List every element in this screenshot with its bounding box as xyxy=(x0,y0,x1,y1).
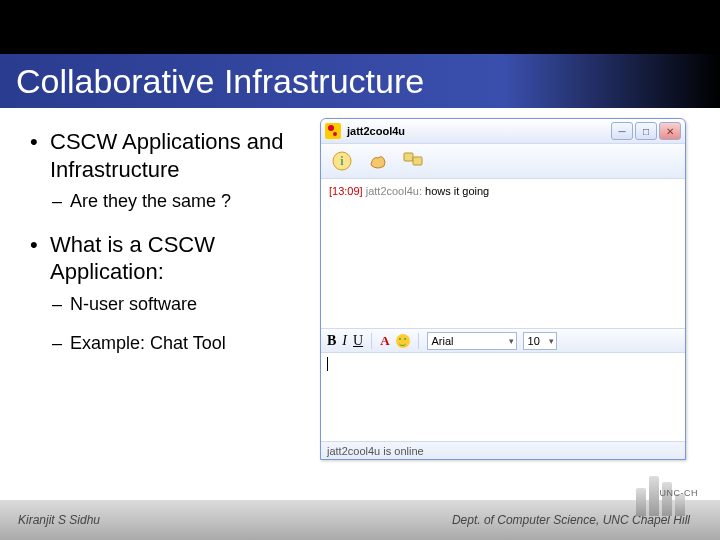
author-name: Kiranjit S Sidhu xyxy=(18,513,100,527)
message-sender: jatt2cool4u: xyxy=(366,185,422,197)
format-toolbar: B I U A Arial 10 xyxy=(321,329,685,353)
font-color-button[interactable]: A xyxy=(380,333,389,349)
message-line: [13:09] jatt2cool4u: hows it going xyxy=(329,185,677,197)
bullet-2a: N-user software xyxy=(30,294,310,316)
aim-runner-icon xyxy=(325,123,341,139)
window-titlebar[interactable]: jatt2cool4u ─ □ ✕ xyxy=(321,119,685,143)
games-icon[interactable] xyxy=(401,148,427,174)
underline-button[interactable]: U xyxy=(353,333,363,349)
expressions-icon[interactable] xyxy=(365,148,391,174)
message-area[interactable]: [13:09] jatt2cool4u: hows it going xyxy=(321,179,685,329)
font-select-value: Arial xyxy=(432,335,454,347)
maximize-button[interactable]: □ xyxy=(635,122,657,140)
bullet-list: CSCW Applications and Infrastructure Are… xyxy=(0,108,320,500)
fontsize-select[interactable]: 10 xyxy=(523,332,557,350)
message-body: hows it going xyxy=(425,185,489,197)
title-bar: Collaborative Infrastructure xyxy=(0,54,720,108)
status-bar: jatt2cool4u is online xyxy=(321,441,685,459)
italic-button[interactable]: I xyxy=(342,333,347,349)
minimize-button[interactable]: ─ xyxy=(611,122,633,140)
bullet-1: CSCW Applications and Infrastructure xyxy=(30,128,310,183)
separator xyxy=(418,333,419,349)
bullet-1a: Are they the same ? xyxy=(30,191,310,213)
department: Dept. of Computer Science, UNC Chapel Hi… xyxy=(452,513,690,527)
fontsize-select-value: 10 xyxy=(528,335,540,347)
content-area: CSCW Applications and Infrastructure Are… xyxy=(0,108,720,500)
chat-toolbar: i xyxy=(321,143,685,179)
footer-bar: Kiranjit S Sidhu Dept. of Computer Scien… xyxy=(0,500,720,540)
separator xyxy=(371,333,372,349)
close-button[interactable]: ✕ xyxy=(659,122,681,140)
message-timestamp: [13:09] xyxy=(329,185,363,197)
info-icon[interactable]: i xyxy=(329,148,355,174)
svg-rect-2 xyxy=(404,153,413,161)
top-black-bar xyxy=(0,0,720,54)
bold-button[interactable]: B xyxy=(327,333,336,349)
bullet-2b: Example: Chat Tool xyxy=(30,333,310,355)
window-buttons: ─ □ ✕ xyxy=(611,122,681,140)
slide-title: Collaborative Infrastructure xyxy=(16,62,424,101)
svg-rect-3 xyxy=(413,157,422,165)
window-title: jatt2cool4u xyxy=(347,125,611,137)
chat-window: jatt2cool4u ─ □ ✕ i xyxy=(320,118,686,460)
chat-screenshot: jatt2cool4u ─ □ ✕ i xyxy=(320,108,720,500)
bullet-2: What is a CSCW Application: xyxy=(30,231,310,286)
font-select[interactable]: Arial xyxy=(427,332,517,350)
message-input[interactable] xyxy=(321,353,685,441)
smiley-icon[interactable] xyxy=(396,334,410,348)
text-cursor xyxy=(327,357,328,371)
